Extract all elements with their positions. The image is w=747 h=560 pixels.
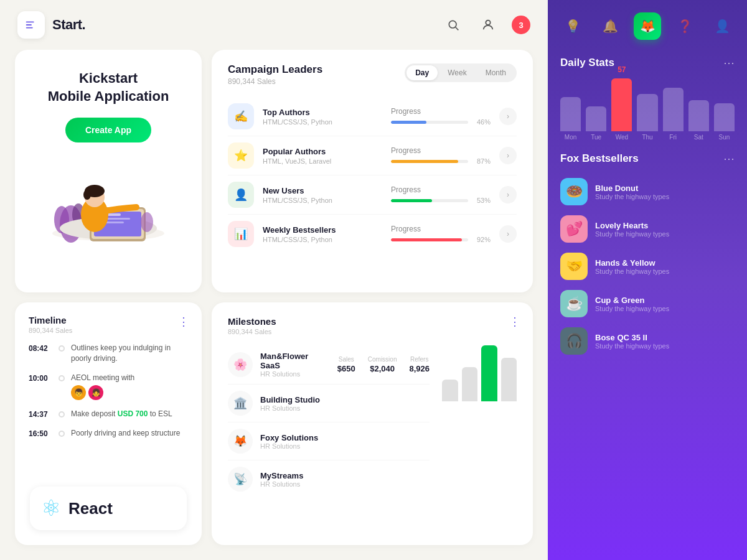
search-icon[interactable] [442, 14, 464, 36]
milestone-row: 📡 MyStreams HR Solutions [228, 460, 430, 498]
row-progress: Progress 92% [391, 225, 491, 243]
kickstart-title: Kickstart Mobile Application [48, 70, 169, 105]
content-grid: Kickstart Mobile Application Create App [0, 50, 548, 560]
progress-label: Progress [391, 185, 491, 194]
timeline-item: 16:50 Poorly driving and keep structure [29, 428, 188, 439]
ms-icon: 🏛️ [228, 391, 253, 416]
user-icon[interactable]: 👤 [708, 12, 736, 40]
chart-bar-item: 57 Wed [611, 63, 632, 141]
chart-bar-item: Tue [586, 106, 606, 141]
timeline-card: Timeline 890,344 Sales ⋮ 08:42 Outlines … [15, 302, 202, 545]
tl-avatar: 👧 [88, 385, 103, 400]
row-icon: ⭐ [228, 142, 254, 169]
ms-chart-bar [481, 345, 497, 401]
tl-text: AEOL meeting with [71, 373, 134, 383]
lightbulb-icon[interactable]: 💡 [559, 12, 586, 40]
row-progress: Progress 46% [391, 107, 491, 126]
bs-sub: Study the highway types [595, 342, 735, 350]
bestseller-item: 🎧 Bose QC 35 II Study the highway types [560, 322, 735, 360]
ms-info: MyStreams HR Solutions [260, 471, 430, 488]
chart-bar-item: Mon [560, 97, 581, 141]
ms-stats: Sales $650 Comission $2,040 Refers 8,926 [337, 356, 430, 373]
milestone-header: Milestones 890,344 Sales ⋮ [228, 316, 517, 335]
campaign-title: Campaign Leaders [228, 63, 322, 76]
row-name: Weekly Bestsellers [263, 225, 382, 235]
peak-value: 57 [618, 63, 626, 75]
bs-name: Cup & Green [595, 296, 735, 305]
chart-day-label: Thu [642, 134, 652, 141]
milestones-menu-dots[interactable]: ⋮ [509, 315, 520, 329]
chart-bar [611, 78, 632, 131]
row-chevron[interactable]: › [499, 186, 517, 203]
chart-bar [586, 106, 606, 131]
bs-thumbnail: 🤝 [560, 253, 588, 280]
react-logo-icon: ⚛ [41, 495, 61, 521]
svg-point-5 [486, 21, 490, 25]
tl-dot [59, 375, 65, 381]
milestone-content: 🌸 Man&Flower SaaS HR Solutions Sales $65… [228, 345, 517, 498]
bs-thumbnail: 🍩 [560, 178, 588, 205]
row-info: Weekly Bestsellers HTML/CSS/JS, Python [263, 225, 382, 243]
chart-bar-item: Sun [714, 103, 735, 141]
campaign-header: Campaign Leaders 890,344 Sales Day Week … [228, 63, 517, 86]
tab-day[interactable]: Day [406, 65, 438, 80]
tl-text: Outlines keep you indulging in poorly dr… [71, 343, 188, 364]
chart-bar [688, 100, 709, 131]
timeline-menu-dots[interactable]: ⋮ [178, 315, 189, 329]
row-chevron[interactable]: › [499, 147, 517, 164]
bs-thumbnail: 🎧 [560, 327, 588, 355]
right-sidebar: 💡🔔🦊❓👤 Daily Stats ⋯ Mon Tue 57 Wed Thu [548, 0, 747, 560]
fox-icon[interactable]: 🦊 [634, 12, 661, 40]
milestone-list: 🌸 Man&Flower SaaS HR Solutions Sales $65… [228, 345, 430, 498]
create-app-button[interactable]: Create App [65, 118, 151, 142]
tl-dot [59, 345, 65, 352]
timeline-item: 10:00 AEOL meeting with 👦 👧 [29, 373, 188, 401]
tl-text: Poorly driving and keep structure [71, 428, 180, 439]
tab-month[interactable]: Month [477, 65, 515, 80]
svg-rect-1 [26, 24, 32, 26]
chart-bar [714, 103, 735, 131]
chart-day-label: Wed [616, 134, 628, 141]
tl-time: 16:50 [29, 428, 52, 438]
daily-stats-title: Daily Stats [560, 57, 614, 69]
row-icon: 📊 [228, 221, 254, 247]
bestsellers-dots[interactable]: ⋯ [723, 152, 735, 166]
brand-name: Start. [52, 17, 85, 33]
user-avatar-icon[interactable] [477, 14, 499, 36]
tl-avatars: 👦 👧 [71, 385, 134, 400]
campaign-subtitle: 890,344 Sales [228, 77, 322, 86]
react-label: React [68, 499, 113, 518]
tab-week[interactable]: Week [439, 65, 475, 80]
tab-group: Day Week Month [405, 63, 517, 82]
row-chevron[interactable]: › [499, 108, 517, 125]
bestseller-item: 🤝 Hands & Yellow Study the highway types [560, 248, 735, 285]
progress-bar-fill [391, 160, 458, 163]
ms-sub: HR Solutions [260, 370, 330, 378]
bs-info: Blue Donut Study the highway types [595, 184, 735, 200]
tl-content: Outlines keep you indulging in poorly dr… [71, 343, 188, 364]
ms-icon: 📡 [228, 467, 253, 492]
daily-stats-dots[interactable]: ⋯ [723, 56, 735, 70]
help-icon[interactable]: ❓ [671, 12, 698, 40]
bs-info: Bose QC 35 II Study the highway types [595, 333, 735, 350]
svg-point-20 [83, 190, 91, 200]
milestone-row: 🦊 Foxy Solutions HR Solutions [228, 422, 430, 460]
bs-thumbnail: 💕 [560, 215, 588, 243]
tl-text: Make deposit USD 700 to ESL [71, 409, 172, 419]
row-name: Popular Authors [263, 147, 382, 156]
logo-icon[interactable] [17, 11, 45, 39]
sidebar-top-icons: 💡🔔🦊❓👤 [548, 0, 747, 46]
row-name: Top Authors [263, 108, 382, 117]
ms-name: Man&Flower SaaS [260, 352, 330, 370]
notification-icon[interactable]: 🔔 [596, 12, 624, 40]
timeline-subtitle: 890,344 Sales [29, 327, 188, 334]
notification-badge[interactable]: 3 [512, 16, 530, 34]
progress-pct: 46% [473, 118, 491, 126]
bs-name: Bose QC 35 II [595, 333, 735, 342]
bestseller-item: ☕ Cup & Green Study the highway types [560, 285, 735, 322]
row-chevron[interactable]: › [499, 225, 517, 243]
progress-bar-fill [391, 121, 426, 124]
bs-sub: Study the highway types [595, 268, 735, 275]
bs-sub: Study the highway types [595, 193, 735, 200]
campaign-row: 👤 New Users HTML/CSS/JS, Python Progress… [228, 175, 517, 215]
